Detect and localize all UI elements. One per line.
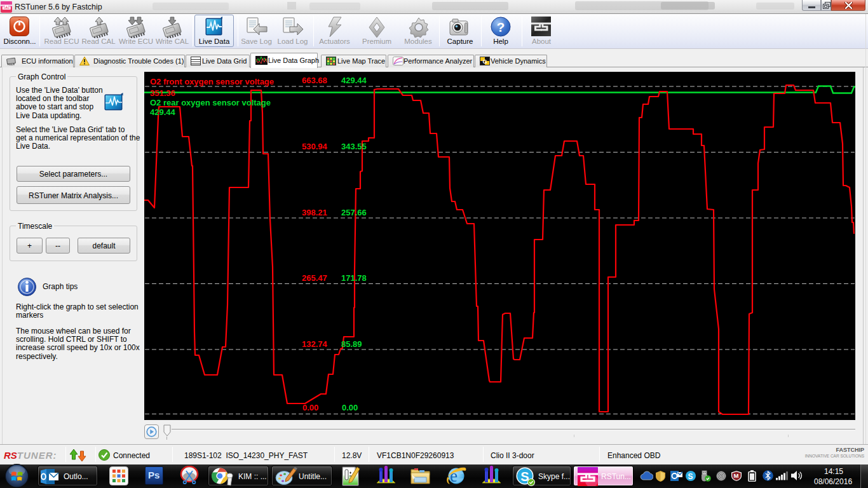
svg-text:S: S — [688, 472, 693, 481]
svg-text:132.74: 132.74 — [302, 339, 328, 349]
svg-text:M: M — [733, 472, 738, 479]
svg-text:663.68: 663.68 — [302, 76, 327, 85]
svg-text:0.00: 0.00 — [342, 403, 358, 412]
svg-text:171.78: 171.78 — [341, 273, 367, 283]
svg-text:0.00: 0.00 — [302, 403, 318, 412]
svg-text:343.55: 343.55 — [341, 142, 367, 151]
svg-text:429.44: 429.44 — [150, 107, 176, 117]
svg-text:398.21: 398.21 — [302, 208, 327, 217]
svg-text:257.66: 257.66 — [341, 208, 367, 217]
svg-text:85.89: 85.89 — [341, 339, 362, 349]
svg-text:O2 rear oxygen sensor voltage: O2 rear oxygen sensor voltage — [150, 98, 271, 107]
svg-text:265.47: 265.47 — [302, 273, 327, 283]
svg-text:351.36: 351.36 — [150, 88, 175, 98]
svg-text:530.94: 530.94 — [302, 142, 328, 151]
svg-text:429.44: 429.44 — [341, 76, 367, 85]
svg-text:O2 front oxygen sensor voltage: O2 front oxygen sensor voltage — [150, 77, 274, 86]
